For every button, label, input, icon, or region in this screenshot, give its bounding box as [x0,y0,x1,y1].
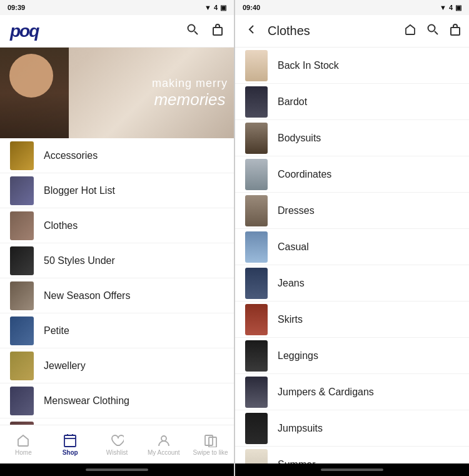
cat-item-leggings[interactable]: Leggings [235,338,469,374]
battery-icon: ▣ [220,4,226,12]
menu-label-50styles: 50 Styles Under [44,255,115,266]
cat-thumb-backstock [245,50,268,81]
category-menu: Accessories Blogger Hot List Clothes 50 … [0,138,234,425]
bag-button[interactable] [211,23,224,39]
nav-label-shop: Shop [63,449,78,456]
nav-item-swipe[interactable]: Swipe to like [187,433,234,456]
cat-thumb-coordinates [245,159,268,190]
menu-thumb-jewellery [10,352,34,380]
cat-item-coordinates[interactable]: Coordinates [235,156,469,193]
bag-button-right[interactable] [449,23,461,39]
main-header: poq [0,15,234,48]
cat-label-jumpers: Jumpers & Cardigans [278,387,374,398]
cat-label-jeans: Jeans [278,278,305,289]
cat-item-backstock[interactable]: Back In Stock [235,48,469,84]
wifi-icon-right: ▼ [440,4,446,11]
menu-item-limited[interactable]: Limited Edition [0,418,234,425]
menu-label-blogger: Blogger Hot List [44,185,115,196]
menu-thumb-accessories [10,141,34,170]
cat-label-dresses: Dresses [278,205,315,216]
nav-label-swipe: Swipe to like [193,449,228,456]
status-icons-right: ▼ 4 ▣ [440,4,461,12]
cat-item-bardot[interactable]: Bardot [235,84,469,120]
cat-item-bodysuits[interactable]: Bodysuits [235,120,469,156]
cat-thumb-jeans [245,268,268,299]
search-button[interactable] [186,23,199,39]
home-button[interactable] [404,23,416,39]
cat-thumb-bodysuits [245,123,268,154]
menu-thumb-50styles [10,246,34,275]
cat-label-coordinates: Coordinates [278,169,331,180]
svg-point-8 [428,25,435,32]
nav-item-home[interactable]: Home [0,433,47,456]
cat-item-summer[interactable]: Summer [235,447,469,463]
cat-label-jumpsuits: Jumpsuits [278,423,323,434]
battery-icon-right: ▣ [455,4,461,12]
status-bar-right: 09:40 ▼ 4 ▣ [235,0,469,15]
cat-label-skirts: Skirts [278,314,303,325]
time-left: 09:39 [8,4,25,11]
home-indicator-right [235,463,469,476]
menu-item-newseason[interactable]: New Season Offers [0,278,234,313]
screen-left: 09:39 ▼ 4 ▣ poq [0,0,234,476]
svg-point-0 [188,25,195,32]
search-button-right[interactable] [426,23,439,39]
menu-thumb-petite [10,316,34,345]
back-button[interactable] [243,21,260,42]
menu-item-50styles[interactable]: 50 Styles Under [0,243,234,278]
menu-item-clothes[interactable]: Clothes [0,208,234,243]
menu-thumb-clothes [10,211,34,240]
cat-item-skirts[interactable]: Skirts [235,301,469,338]
svg-rect-2 [213,28,222,35]
cat-item-dresses[interactable]: Dresses [235,193,469,229]
svg-line-9 [435,31,438,34]
cat-item-jumpers[interactable]: Jumpers & Cardigans [235,374,469,410]
menu-label-accessories: Accessories [44,150,98,161]
promo-banner[interactable]: making merry memories [0,48,234,138]
nav-item-shop[interactable]: Shop [47,433,94,456]
nav-label-account: My Account [148,449,180,456]
menu-item-menswear[interactable]: Menswear Clothing [0,383,234,418]
menu-thumb-menswear [10,387,34,415]
header-actions-right [404,23,461,39]
cat-thumb-casual [245,231,268,263]
cat-label-backstock: Back In Stock [278,60,339,71]
bottom-navigation: Home Shop Wishlist [0,425,234,463]
screen-right: 09:40 ▼ 4 ▣ Clothes [235,0,469,476]
cat-item-jeans[interactable]: Jeans [235,265,469,301]
svg-line-1 [194,31,198,34]
cat-item-casual[interactable]: Casual [235,229,469,265]
cat-thumb-jumpers [245,377,268,408]
banner-copy: making merry memories [152,77,228,109]
menu-item-blogger[interactable]: Blogger Hot List [0,173,234,208]
logo: poq [10,21,38,41]
cat-label-bodysuits: Bodysuits [278,133,321,144]
cat-label-leggings: Leggings [278,350,318,362]
cat-label-bardot: Bardot [278,96,307,108]
home-bar-left [86,468,148,471]
menu-item-accessories[interactable]: Accessories [0,138,234,173]
menu-label-jewellery: Jewellery [44,360,86,372]
cat-thumb-skirts [245,304,268,335]
subcategory-list: Back In Stock Bardot Bodysuits Coordinat… [235,48,469,463]
cat-item-jumpsuits[interactable]: Jumpsuits [235,410,469,447]
banner-line2: memories [152,90,228,109]
home-bar-right [321,468,383,471]
banner-line1: making merry [152,77,228,90]
cat-label-casual: Casual [278,241,309,253]
menu-item-petite[interactable]: Petite [0,313,234,348]
cat-thumb-bardot [245,86,268,118]
status-bar-left: 09:39 ▼ 4 ▣ [0,0,234,15]
signal-icon-right: 4 [449,4,453,11]
menu-label-menswear: Menswear Clothing [44,395,129,407]
time-right: 09:40 [243,4,260,11]
svg-point-5 [161,436,166,441]
nav-item-wishlist[interactable]: Wishlist [94,433,141,456]
nav-item-account[interactable]: My Account [140,433,187,456]
menu-item-jewellery[interactable]: Jewellery [0,348,234,383]
cat-label-summer: Summer [278,459,315,464]
menu-label-petite: Petite [44,325,69,337]
menu-label-newseason: New Season Offers [44,290,130,301]
cat-thumb-summer [245,449,268,464]
home-indicator-left [0,463,234,476]
